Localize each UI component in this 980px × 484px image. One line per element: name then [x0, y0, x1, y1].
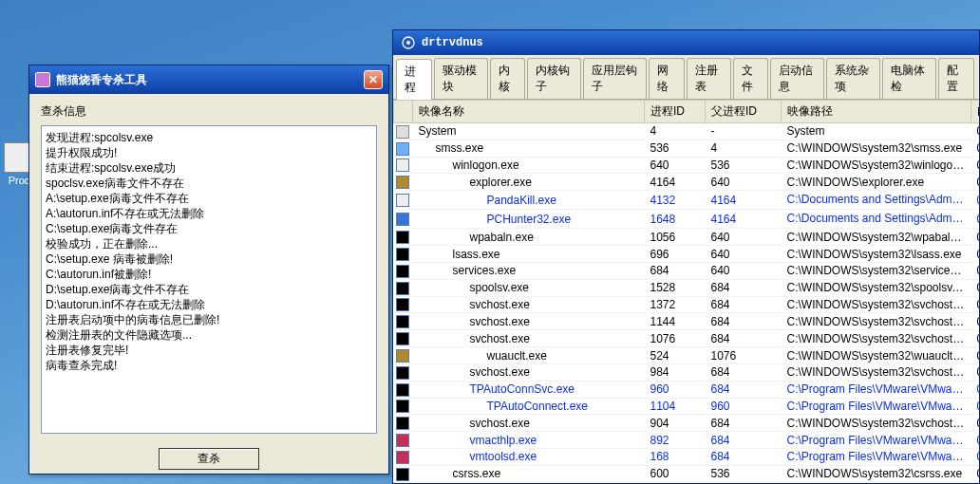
table-row[interactable]: explorer.exe4164640C:\WINDOWS\explorer.e… — [394, 174, 980, 191]
process-name: PandaKill.exe — [487, 194, 556, 207]
close-icon[interactable]: ✕ — [364, 70, 383, 89]
process-path: System — [782, 123, 971, 140]
process-path: C:\WINDOWS\system32\csrss.exe — [782, 465, 971, 482]
process-pid: 640 — [645, 157, 706, 174]
tab-10[interactable]: 电脑体检 — [882, 58, 936, 99]
column-header[interactable]: 映像路径 — [782, 101, 971, 123]
table-row[interactable]: svchost.exe984684C:\WINDOWS\system32\svc… — [394, 363, 980, 381]
process-name: vmacthlp.exe — [470, 434, 537, 447]
table-row[interactable]: PandaKill.exe41324164C:\Documents and Se… — [394, 191, 980, 210]
process-eprocess: 0x81C2F2A8 — [971, 398, 980, 415]
scan-kill-button[interactable]: 查杀 — [159, 448, 259, 470]
tab-0[interactable]: 进程 — [396, 59, 432, 100]
column-header[interactable]: 映像名称 — [413, 101, 645, 123]
process-path: C:\WINDOWS\system32\wuauclt.exe — [782, 347, 971, 364]
tab-bar: 进程驱动模块内核内核钩子应用层钩子网络注册表文件启动信息系统杂项电脑体检配置 — [393, 55, 979, 100]
process-ppid: 684 — [706, 296, 782, 313]
table-row[interactable]: services.exe684640C:\WINDOWS\system32\se… — [394, 262, 980, 279]
tab-1[interactable]: 驱动模块 — [434, 58, 488, 99]
process-name: services.exe — [453, 264, 517, 277]
process-path: C:\WINDOWS\system32\winlogon.exe — [782, 157, 971, 174]
window-titlebar[interactable]: drtrvdnus — [393, 30, 979, 55]
table-row[interactable]: svchost.exe904684C:\WINDOWS\system32\svc… — [394, 415, 980, 432]
process-eprocess: 0x82050A80 — [971, 296, 980, 313]
process-ppid: 640 — [706, 246, 782, 263]
tab-9[interactable]: 系统杂项 — [826, 58, 880, 99]
column-header[interactable]: 父进程ID — [706, 101, 782, 123]
tab-11[interactable]: 配置 — [938, 58, 974, 99]
window-title: drtrvdnus — [422, 36, 483, 49]
process-ppid: 4164 — [706, 210, 782, 229]
table-row[interactable]: winlogon.exe640536C:\WINDOWS\system32\wi… — [394, 157, 980, 174]
process-icon — [396, 194, 409, 207]
table-row[interactable]: smss.exe5364C:\WINDOWS\system32\smss.exe… — [394, 140, 980, 157]
process-ppid: 684 — [706, 449, 782, 466]
table-row[interactable]: wpabaln.exe1056640C:\WINDOWS\system32\wp… — [394, 229, 980, 246]
process-pid: 536 — [645, 140, 706, 157]
process-pid: 4132 — [645, 191, 706, 210]
process-name: vmtoolsd.exe — [470, 450, 537, 463]
process-eprocess: 0x81FD1DA0 — [971, 262, 980, 279]
process-icon — [396, 400, 409, 413]
process-icon — [396, 349, 409, 363]
table-row[interactable]: vmacthlp.exe892684C:\Program Files\VMwar… — [394, 432, 980, 449]
column-header[interactable]: 进程ID — [645, 101, 706, 123]
process-eprocess: 0x8182B020 — [971, 191, 980, 210]
tab-7[interactable]: 文件 — [733, 58, 769, 99]
process-name: wuauclt.exe — [487, 349, 547, 363]
process-eprocess: 0x81EB6020 — [971, 279, 980, 296]
table-row[interactable]: PCHunter32.exe16484164C:\Documents and S… — [394, 210, 980, 229]
process-icon — [396, 332, 409, 345]
table-row[interactable]: TPAutoConnSvc.exe960684C:\Program Files\… — [394, 381, 980, 398]
table-row[interactable]: spoolsv.exe1528684C:\WINDOWS\system32\sp… — [394, 279, 980, 296]
tab-2[interactable]: 内核 — [490, 58, 526, 99]
process-pid: 1076 — [645, 330, 706, 347]
process-name: TPAutoConnect.exe — [487, 400, 589, 413]
process-pid: 4 — [645, 123, 706, 140]
process-name: svchost.exe — [470, 315, 530, 328]
process-path: C:\WINDOWS\system32\svchost.exe — [782, 415, 971, 432]
process-eprocess: 0x820CC768 — [971, 347, 980, 364]
process-eprocess: 0x81D98B10 — [971, 246, 980, 263]
process-ppid: 536 — [706, 465, 782, 482]
dialog-titlebar[interactable]: 熊猫烧香专杀工具 ✕ — [29, 65, 388, 94]
process-eprocess: 0x81C85DA0 — [971, 140, 980, 157]
log-textarea[interactable] — [41, 125, 377, 434]
table-row[interactable]: svchost.exe1076684C:\WINDOWS\system32\sv… — [394, 330, 980, 347]
process-icon — [396, 142, 409, 156]
process-path: C:\Program Files\VMware\VMware Tools\vma… — [782, 432, 971, 449]
table-row[interactable]: lsass.exe696640C:\WINDOWS\system32\lsass… — [394, 246, 980, 263]
process-icon — [396, 298, 409, 311]
table-row[interactable]: wuauclt.exe5241076C:\WINDOWS\system32\wu… — [394, 347, 980, 364]
process-pid: 892 — [645, 432, 706, 449]
process-ppid: 684 — [706, 363, 782, 381]
process-eprocess: 0x820B5708 — [971, 449, 980, 466]
table-row[interactable]: vmtoolsd.exe168684C:\Program Files\VMwar… — [394, 449, 980, 466]
process-icon — [396, 158, 409, 172]
svg-point-1 — [406, 41, 410, 45]
table-row[interactable]: System4-System0x821B9830 — [394, 123, 980, 140]
table-row[interactable]: TPAutoConnect.exe1104960C:\Program Files… — [394, 398, 980, 415]
process-ppid: 960 — [706, 398, 782, 415]
tab-4[interactable]: 应用层钩子 — [583, 58, 647, 99]
process-name: winlogon.exe — [453, 158, 519, 172]
process-ppid: 684 — [706, 313, 782, 330]
tab-3[interactable]: 内核钩子 — [527, 58, 581, 99]
process-pid: 1528 — [645, 279, 706, 296]
process-path: C:\Documents and Settings\Administrator\… — [782, 210, 971, 229]
process-pid: 1056 — [645, 229, 706, 246]
tab-6[interactable]: 注册表 — [687, 58, 731, 99]
table-row[interactable]: svchost.exe1144684C:\WINDOWS\system32\sv… — [394, 313, 980, 330]
process-path: C:\WINDOWS\system32\lsass.exe — [782, 246, 971, 263]
process-eprocess: 0x8212EDA0 — [971, 465, 980, 482]
column-header[interactable]: EPROCESS — [971, 101, 980, 123]
process-path: C:\WINDOWS\system32\services.exe — [782, 262, 971, 279]
process-pid: 1648 — [645, 210, 706, 229]
process-path: C:\WINDOWS\system32\svchost.exe — [782, 363, 971, 381]
process-ppid: 640 — [706, 262, 782, 279]
process-name: csrss.exe — [453, 467, 501, 480]
table-row[interactable]: svchost.exe1372684C:\WINDOWS\system32\sv… — [394, 296, 980, 313]
tab-5[interactable]: 网络 — [649, 58, 685, 99]
tab-8[interactable]: 启动信息 — [770, 58, 824, 99]
table-row[interactable]: csrss.exe600536C:\WINDOWS\system32\csrss… — [394, 465, 980, 482]
